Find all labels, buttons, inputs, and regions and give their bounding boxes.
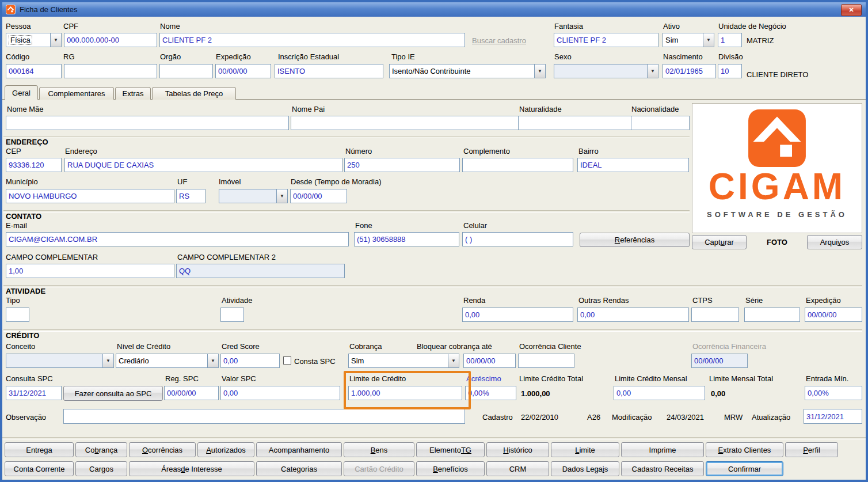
buscar-cadastro-link[interactable]: Buscar cadastro [472, 36, 526, 45]
bens-button[interactable]: Bens [344, 442, 414, 457]
cadastro-receitas-button[interactable]: Cadastro Receitas [621, 461, 704, 476]
chevron-down-icon[interactable]: ▼ [276, 189, 287, 203]
title-bar[interactable]: Ficha de Clientes ✕ [2, 2, 866, 17]
complemento-input[interactable] [462, 158, 573, 172]
entrega-button[interactable]: Entrega [5, 442, 74, 457]
cobranca-select[interactable]: Sim ▼ [348, 354, 459, 368]
chevron-down-icon[interactable]: ▼ [207, 354, 218, 367]
close-button[interactable]: ✕ [841, 4, 862, 16]
perfil-button[interactable]: Perfil [785, 442, 838, 457]
codigo-input[interactable] [6, 64, 62, 78]
cobranca-button[interactable]: Cobrança [75, 442, 127, 457]
imprime-button[interactable]: Imprime [621, 442, 704, 457]
chevron-down-icon[interactable]: ▼ [534, 64, 545, 78]
ativo-select[interactable]: Sim ▼ [663, 33, 714, 47]
nacionalidade-input[interactable] [631, 116, 690, 130]
cred-score-input[interactable] [220, 354, 280, 368]
cep-input[interactable] [6, 158, 62, 172]
autorizados-button[interactable]: Autorizados [197, 442, 254, 457]
entrada-min-input[interactable] [805, 386, 862, 400]
ativo-value: Sim [663, 33, 703, 47]
atividade-input[interactable] [220, 308, 244, 322]
conta-corrente-button[interactable]: Conta Corrente [5, 461, 74, 476]
cpf-input[interactable] [64, 33, 157, 47]
ocorrencia-cliente-input[interactable] [518, 354, 574, 368]
consulta-spc-input[interactable] [6, 386, 62, 400]
celular-input[interactable] [462, 232, 573, 246]
nivel-credito-select[interactable]: Crediário ▼ [116, 354, 219, 368]
consta-spc-checkbox[interactable] [283, 356, 291, 365]
ocorrencia-financeira-input[interactable] [691, 354, 748, 368]
atualizacao-input[interactable] [804, 409, 862, 424]
tipo-ie-select[interactable]: Isento/Não Contribuinte ▼ [389, 64, 546, 78]
chevron-down-icon[interactable]: ▼ [50, 33, 61, 47]
dados-legais-button[interactable]: Dados Legais [551, 461, 619, 476]
nome-pai-input[interactable] [291, 116, 519, 130]
serie-input[interactable] [744, 308, 800, 322]
tipo-input[interactable] [6, 308, 29, 322]
uf-input[interactable] [176, 189, 205, 203]
beneficios-button[interactable]: Benefícios [416, 461, 485, 476]
imovel-select[interactable]: ▼ [219, 189, 288, 203]
limite-credito-mensal-input[interactable] [614, 386, 705, 400]
crm-button[interactable]: CRM [486, 461, 549, 476]
nivel-credito-value: Crediário [116, 354, 207, 367]
tab-extras[interactable]: Extras [115, 87, 151, 100]
extrato-clientes-button[interactable]: Extrato Clientes [706, 442, 783, 457]
arquivos-button[interactable]: Arquivos [807, 235, 862, 249]
desde-input[interactable] [290, 189, 347, 203]
chevron-down-icon[interactable]: ▼ [647, 64, 658, 78]
unidade-negocio-input[interactable] [718, 33, 742, 47]
referencias-button[interactable]: Referências [580, 233, 690, 247]
inscricao-estadual-input[interactable] [275, 64, 383, 78]
municipio-input[interactable] [6, 189, 174, 203]
rg-input[interactable] [64, 64, 157, 78]
observacao-input[interactable] [63, 409, 465, 424]
ocorrencias-button[interactable]: Ocorrências [129, 442, 196, 457]
endereco-input[interactable] [64, 158, 342, 172]
sexo-select[interactable]: ▼ [554, 64, 658, 78]
nome-input[interactable] [159, 33, 465, 47]
acrescimo-input[interactable] [465, 386, 516, 400]
orgao-input[interactable] [159, 64, 213, 78]
cep-label: CEP [6, 147, 21, 155]
expedicao-ctps-input[interactable] [805, 308, 862, 322]
expedicao-rg-input[interactable] [215, 64, 271, 78]
capturar-button[interactable]: Capturar [692, 235, 747, 249]
reg-spc-input[interactable] [164, 386, 219, 400]
fantasia-input[interactable] [554, 33, 658, 47]
categorias-button[interactable]: Categorias [256, 461, 342, 476]
email-input[interactable] [6, 232, 349, 246]
fone-input[interactable] [354, 232, 459, 246]
historico-button[interactable]: Histórico [486, 442, 549, 457]
areas-de-interesse-button[interactable]: Áreas de Interesse [129, 461, 254, 476]
bairro-input[interactable] [577, 158, 689, 172]
limite-button[interactable]: Limite [551, 442, 619, 457]
conceito-select[interactable]: ▼ [6, 354, 114, 368]
numero-input[interactable] [344, 158, 460, 172]
naturalidade-input[interactable] [518, 116, 631, 130]
confirmar-button[interactable]: Confirmar [706, 461, 783, 476]
valor-spc-input[interactable] [220, 386, 340, 400]
chevron-down-icon[interactable]: ▼ [102, 354, 113, 367]
chevron-down-icon[interactable]: ▼ [448, 354, 459, 367]
tab-geral[interactable]: Geral [5, 85, 38, 100]
nascimento-input[interactable] [663, 64, 716, 78]
campo-complementar-input[interactable] [6, 264, 174, 278]
divisao-input[interactable] [718, 64, 742, 78]
bloquear-cobranca-input[interactable] [463, 354, 516, 368]
outras-rendas-input[interactable] [577, 308, 689, 322]
cargos-button[interactable]: Cargos [75, 461, 127, 476]
renda-input[interactable] [462, 308, 573, 322]
elemento-tg-button[interactable]: Elemento TG [416, 442, 485, 457]
tab-tabelas-de-preco[interactable]: Tabelas de Preço [152, 87, 236, 100]
ctps-input[interactable] [691, 308, 739, 322]
acompanhamento-button[interactable]: Acompanhamento [256, 442, 342, 457]
limite-credito-input[interactable] [348, 386, 462, 400]
pessoa-select[interactable]: Física ▼ [6, 33, 62, 47]
chevron-down-icon[interactable]: ▼ [703, 33, 714, 47]
campo-complementar-2-input[interactable] [176, 264, 345, 278]
fazer-consulta-spc-button[interactable]: Fazer consulta ao SPC [63, 386, 163, 401]
tab-complementares[interactable]: Complementares [39, 87, 114, 100]
nome-mae-input[interactable] [6, 116, 289, 130]
